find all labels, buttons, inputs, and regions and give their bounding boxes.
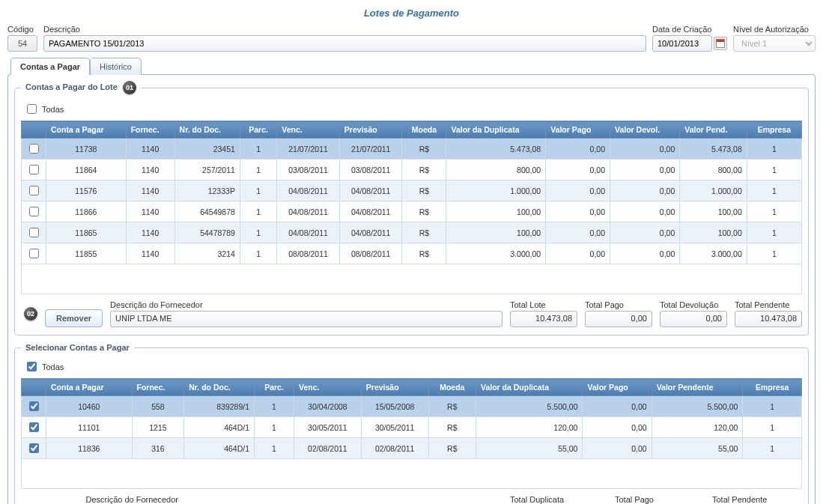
table-row[interactable]: 11836316464D/1102/08/201102/08/2011R$55,… bbox=[22, 438, 802, 459]
lote-grid: Conta a Pagar Fornec. Nr. do Doc. Parc. … bbox=[21, 121, 802, 294]
row-checkbox[interactable] bbox=[29, 443, 39, 453]
lote-total-pend: 10.473,08 bbox=[735, 311, 802, 327]
lote-fieldset: Contas a Pagar do Lote 01 Todas Conta a … bbox=[14, 81, 809, 336]
table-row[interactable]: 11866114064549878104/08/201104/08/2011R$… bbox=[22, 201, 802, 222]
table-row[interactable]: 11738114023451121/07/201121/07/2011R$5.4… bbox=[22, 139, 802, 160]
table-row[interactable]: 10460558839289/1130/04/200815/05/2008R$5… bbox=[22, 396, 802, 417]
data-criacao-input[interactable] bbox=[652, 35, 712, 52]
tab-historico[interactable]: Histórico bbox=[90, 58, 142, 75]
codigo-field: Código bbox=[7, 25, 37, 52]
calendar-icon[interactable] bbox=[714, 37, 727, 50]
table-row[interactable]: 1185511403214108/08/201108/08/2011R$3.00… bbox=[22, 243, 802, 264]
badge-02: 02 bbox=[24, 307, 37, 321]
row-checkbox[interactable] bbox=[29, 422, 39, 432]
table-row[interactable]: 11576114012333P104/08/201104/08/2011R$1.… bbox=[22, 180, 802, 201]
header-form: Código Descrição Data de Criação Nível d… bbox=[7, 25, 816, 52]
lote-todas-checkbox[interactable] bbox=[27, 104, 37, 114]
row-checkbox[interactable] bbox=[29, 186, 39, 195]
selecionar-fieldset: Selecionar Contas a Pagar Todas Conta a … bbox=[14, 343, 809, 504]
descricao-field: Descrição bbox=[43, 25, 646, 52]
table-row[interactable]: 118641140257/2011103/08/201103/08/2011R$… bbox=[22, 160, 802, 180]
lote-todas-label: Todas bbox=[42, 105, 64, 114]
lote-desc-fornec: UNIP LTDA ME bbox=[110, 311, 502, 327]
table-row[interactable]: 11865114054478789104/08/201104/08/2011R$… bbox=[22, 222, 802, 243]
selecionar-todas-label: Todas bbox=[42, 362, 64, 371]
page-title: Lotes de Pagamento bbox=[7, 7, 816, 19]
lote-total-pago: 0,00 bbox=[585, 311, 652, 327]
descricao-input[interactable] bbox=[43, 35, 646, 52]
remover-button[interactable]: Remover bbox=[45, 309, 103, 327]
data-criacao-field: Data de Criação bbox=[652, 25, 727, 52]
codigo-input[interactable] bbox=[7, 35, 37, 52]
lote-total-devol: 0,00 bbox=[660, 311, 727, 327]
row-checkbox[interactable] bbox=[29, 144, 39, 154]
row-checkbox[interactable] bbox=[29, 249, 39, 258]
total-lote: 10.473,08 bbox=[510, 311, 577, 327]
nivel-label: Nível de Autorização bbox=[733, 25, 816, 34]
row-checkbox[interactable] bbox=[29, 207, 39, 216]
table-row[interactable]: 111011215464D/1130/05/201130/05/2011R$12… bbox=[22, 417, 802, 438]
selecionar-todas-checkbox[interactable] bbox=[27, 362, 37, 371]
row-checkbox[interactable] bbox=[29, 401, 39, 411]
selecionar-legend: Selecionar Contas a Pagar bbox=[21, 343, 134, 352]
selecionar-grid: Conta a Pagar Fornec. Nr. do Doc. Parc. … bbox=[21, 378, 802, 489]
descricao-label: Descrição bbox=[43, 25, 646, 34]
codigo-label: Código bbox=[7, 25, 37, 34]
nivel-field: Nível de Autorização Nível 1 bbox=[733, 25, 816, 52]
badge-01: 01 bbox=[123, 81, 136, 94]
row-checkbox[interactable] bbox=[29, 165, 39, 174]
data-criacao-label: Data de Criação bbox=[652, 25, 727, 34]
lote-legend: Contas a Pagar do Lote 01 bbox=[21, 81, 141, 94]
row-checkbox[interactable] bbox=[29, 228, 39, 237]
tab-contas-a-pagar[interactable]: Contas a Pagar bbox=[10, 58, 90, 75]
lote-desc-fornec-label: Descrição do Fornecedor bbox=[110, 300, 502, 309]
nivel-select[interactable]: Nível 1 bbox=[733, 35, 816, 52]
tab-content: Contas a Pagar do Lote 01 Todas Conta a … bbox=[7, 74, 816, 504]
tabs: Contas a Pagar Histórico Contas a Pagar … bbox=[7, 58, 816, 504]
